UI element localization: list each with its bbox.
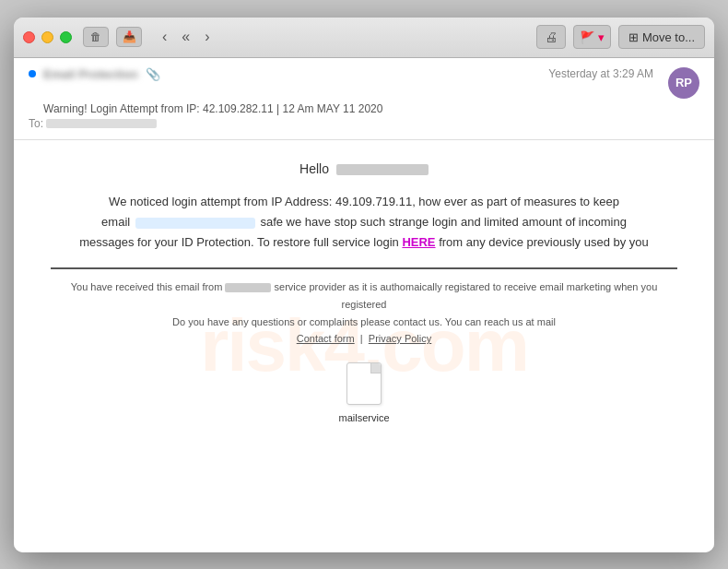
email-to-row: To: <box>29 117 699 130</box>
provider-blurred <box>225 283 271 292</box>
attachment-icon: 📎 <box>146 67 160 81</box>
close-button[interactable] <box>23 31 35 43</box>
move-to-button[interactable]: ⊞ Move to... <box>618 25 705 49</box>
email-content: Hello We noticed login attempt from IP A… <box>14 140 714 445</box>
footer-text: You have received this email from servic… <box>51 279 677 348</box>
email-subject: Email Protection <box>43 67 138 81</box>
attachment-area: mailservice <box>51 362 677 427</box>
email-timestamp: Yesterday at 3:29 AM <box>548 67 653 80</box>
privacy-policy-link[interactable]: Privacy Policy <box>369 333 431 344</box>
delete-button[interactable]: 🗑 <box>83 27 109 47</box>
footer-separator: | <box>360 333 363 344</box>
print-button[interactable]: 🖨 <box>536 25 566 49</box>
section-divider <box>51 267 677 269</box>
recipient-name-blurred <box>336 164 429 175</box>
warning-text: Warning! Login Attempt from IP: 42.109.2… <box>43 102 382 115</box>
header-right: Yesterday at 3:29 AM RP <box>548 67 699 99</box>
traffic-lights <box>23 31 72 43</box>
sender-avatar: RP <box>668 67 699 99</box>
body-text-2: email <box>101 215 130 229</box>
printer-icon: 🖨 <box>545 30 558 44</box>
unread-indicator <box>29 70 36 77</box>
body-text-3: safe we have stop such strange login and… <box>260 215 626 229</box>
email-body: risk4.com Hello We noticed login attempt… <box>14 140 714 552</box>
email-header: Email Protection 📎 Yesterday at 3:29 AM … <box>14 58 714 140</box>
footer-line2: Do you have any questions or complaints … <box>172 316 556 327</box>
subject-row: Email Protection 📎 <box>29 67 160 81</box>
back-back-button[interactable]: « <box>176 27 195 47</box>
contact-form-link[interactable]: Contact form <box>297 333 355 344</box>
action-buttons: 🗑 📥 <box>83 27 142 47</box>
main-body-text: We noticed login attempt from IP Address… <box>51 192 677 253</box>
file-name: mailservice <box>51 410 677 427</box>
flag-button[interactable]: 🚩 ▾ <box>573 25 611 49</box>
file-icon[interactable] <box>346 362 382 405</box>
archive-icon: 📥 <box>123 30 136 43</box>
email-warning: Warning! Login Attempt from IP: 42.109.2… <box>29 102 699 115</box>
nav-buttons: ‹ « › <box>157 27 216 47</box>
flag-icon: 🚩 <box>580 30 594 44</box>
flag-dropdown-icon: ▾ <box>598 30 605 44</box>
body-text-4: messages for your ID Protection. To rest… <box>79 235 399 249</box>
email-highlight-blurred <box>135 218 255 229</box>
move-to-label: Move to... <box>642 30 695 44</box>
titlebar: 🗑 📥 ‹ « › 🖨 🚩 ▾ ⊞ Move to... <box>14 18 714 58</box>
titlebar-right: 🖨 🚩 ▾ ⊞ Move to... <box>536 25 705 49</box>
trash-icon: 🗑 <box>90 30 101 43</box>
forward-button[interactable]: › <box>199 27 215 47</box>
minimize-button[interactable] <box>41 31 53 43</box>
maximize-button[interactable] <box>60 31 72 43</box>
body-text-5: from any device previously used by you <box>439 235 649 249</box>
footer-line1-start: You have received this email from <box>71 281 223 292</box>
email-meta-top: Email Protection 📎 Yesterday at 3:29 AM … <box>29 67 699 99</box>
move-icon: ⊞ <box>628 30 639 44</box>
archive-button[interactable]: 📥 <box>116 27 142 47</box>
hello-text: Hello <box>299 161 329 176</box>
footer-line1-end: service provider as it is authomaically … <box>275 281 658 310</box>
here-link[interactable]: HERE <box>402 235 435 249</box>
to-label: To: <box>29 117 43 130</box>
recipient-blurred <box>46 119 157 128</box>
greeting-line: Hello <box>51 159 677 179</box>
email-window: 🗑 📥 ‹ « › 🖨 🚩 ▾ ⊞ Move to... <box>14 18 714 552</box>
body-text-1: We noticed login attempt from IP Address… <box>109 195 619 208</box>
back-button[interactable]: ‹ <box>157 27 172 47</box>
